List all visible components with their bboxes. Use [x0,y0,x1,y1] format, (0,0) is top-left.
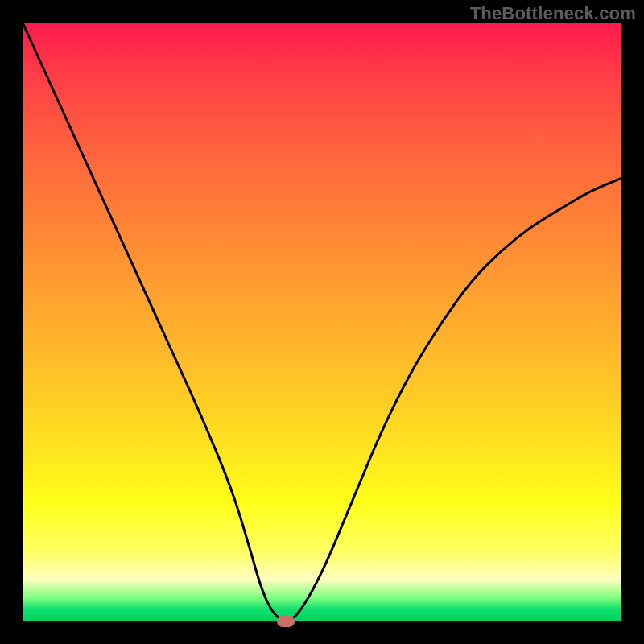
chart-plot-area [23,23,621,621]
watermark-text: TheBottleneck.com [470,3,636,24]
bottleneck-curve [23,23,621,621]
optimal-point-marker [277,616,295,627]
